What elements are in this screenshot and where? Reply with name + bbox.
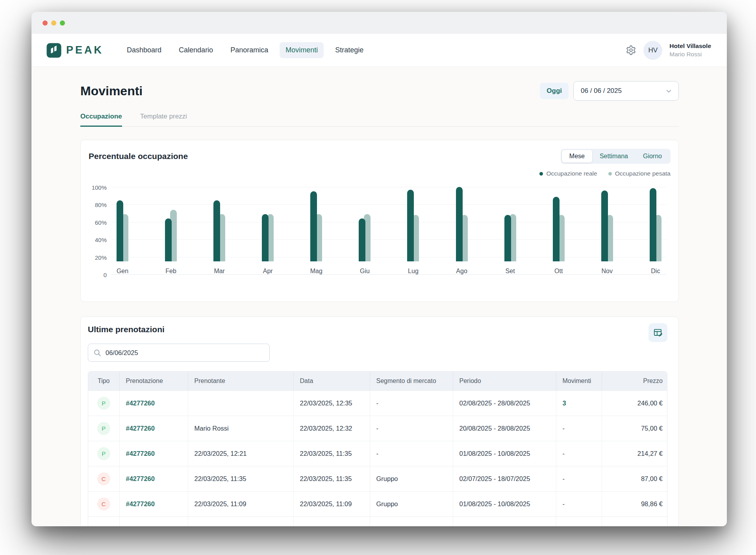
column-header-prezzo[interactable]: Prezzo xyxy=(602,372,667,390)
bar-group[interactable] xyxy=(359,187,371,261)
legend-item-occupazione-pesata: Occupazione pesata xyxy=(608,170,671,177)
legend-dot xyxy=(608,172,612,176)
bar-group[interactable] xyxy=(553,187,565,261)
nav-item-dashboard[interactable]: Dashboard xyxy=(121,42,167,58)
column-header-prenotazione[interactable]: Prenotazione xyxy=(119,372,188,390)
cell-segmento: - xyxy=(370,390,453,416)
legend-label: Occupazione pesata xyxy=(615,170,671,177)
booking-link[interactable]: #4277260 xyxy=(126,450,155,457)
column-header-periodo[interactable]: Periodo xyxy=(453,372,556,390)
cell-periodo: 01/08/2025 - 10/08/2025 xyxy=(453,491,556,516)
cell-prenotazione: #4277260 xyxy=(119,491,188,516)
y-tick-label: 20% xyxy=(89,254,107,261)
range-giorno[interactable]: Giorno xyxy=(636,150,669,163)
x-axis-label: Feb xyxy=(165,268,176,275)
date-select-value: 06 / 06 / 2025 xyxy=(581,87,622,95)
column-header-movimenti[interactable]: Movimenti xyxy=(556,372,602,390)
nav-item-strategie[interactable]: Strategie xyxy=(329,42,369,58)
chart-bars: GenFebMarAprMagGiuLugAgoSetOttNovDic xyxy=(111,187,667,275)
booking-link[interactable]: #4277260 xyxy=(126,400,155,407)
cell-data: 22/03/2025, 11:09 xyxy=(293,491,370,516)
cell-prenotazione: #4277260 xyxy=(119,466,188,491)
cell-periodo: 20/08/2025 - 28/08/2025 xyxy=(453,416,556,441)
bar-group[interactable] xyxy=(650,187,662,261)
table-row[interactable]: P#427726022/03/2025, 12:35-02/08/2025 - … xyxy=(88,390,667,416)
settings-gear-icon[interactable] xyxy=(626,45,636,56)
chart-title: Percentuale occupazione xyxy=(89,152,188,161)
cell-prenotazione: #4277260 xyxy=(119,441,188,466)
cell-tipo: C xyxy=(88,466,119,491)
nav-item-movimenti[interactable]: Movimenti xyxy=(280,42,324,58)
bar-occupazione-reale xyxy=(262,214,269,261)
x-axis-label: Ott xyxy=(554,268,563,275)
booking-link[interactable]: #4277260 xyxy=(126,475,155,482)
cell-data: 22/03/2025, 11:35 xyxy=(293,441,370,466)
table-row-partial xyxy=(88,516,667,526)
bar-group[interactable] xyxy=(165,187,177,261)
table-body: P#427726022/03/2025, 12:35-02/08/2025 - … xyxy=(88,390,667,526)
column-header-prenotante[interactable]: Prenotante xyxy=(188,372,293,390)
zoom-window-button[interactable] xyxy=(60,20,65,26)
chevron-down-icon xyxy=(665,88,672,94)
range-mese[interactable]: Mese xyxy=(562,150,592,163)
search-input[interactable] xyxy=(106,349,264,357)
minimize-window-button[interactable] xyxy=(51,20,56,26)
cell-empty xyxy=(602,516,667,526)
bar-group[interactable] xyxy=(504,187,516,261)
cell-prenotazione: #4277260 xyxy=(119,390,188,416)
close-window-button[interactable] xyxy=(43,20,48,26)
cell-tipo: P xyxy=(88,390,119,416)
cell-prenotante: 22/03/2025, 11:09 xyxy=(188,491,293,516)
booking-link[interactable]: #4277260 xyxy=(126,425,155,432)
table-row[interactable]: C#427726022/03/2025, 11:3522/03/2025, 11… xyxy=(88,466,667,491)
date-select[interactable]: 06 / 06 / 2025 xyxy=(573,81,679,101)
bar-group[interactable] xyxy=(262,187,274,261)
tab-template-prezzi[interactable]: Template prezzi xyxy=(140,113,187,126)
booking-link[interactable]: #4277260 xyxy=(126,500,155,507)
chart-column-ago: Ago xyxy=(453,187,471,275)
bookings-table-frame: TipoPrenotazionePrenotanteDataSegmento d… xyxy=(88,371,667,526)
bar-group[interactable] xyxy=(117,187,128,261)
table-row[interactable]: P#4277260Mario Rossi22/03/2025, 12:32-20… xyxy=(88,416,667,441)
page-title: Movimenti xyxy=(80,84,143,98)
column-header-tipo[interactable]: Tipo xyxy=(88,372,119,390)
cell-movimenti: - xyxy=(556,441,602,466)
occupancy-chart-card: Percentuale occupazione MeseSettimanaGio… xyxy=(80,140,679,302)
y-tick-label: 40% xyxy=(89,237,107,243)
column-header-data[interactable]: Data xyxy=(293,372,370,390)
today-button[interactable]: Oggi xyxy=(540,83,569,99)
bar-occupazione-reale xyxy=(213,200,220,261)
column-header-segmento-di-mercato[interactable]: Segmento di mercato xyxy=(370,372,453,390)
bar-occupazione-reale xyxy=(117,200,123,261)
tab-occupazione[interactable]: Occupazione xyxy=(80,113,122,126)
brand-logo[interactable]: PEAK xyxy=(46,43,104,58)
bar-group[interactable] xyxy=(213,187,225,261)
top-navbar: PEAK DashboardCalendarioPanoramicaMovime… xyxy=(32,34,727,67)
table-row[interactable]: P#427726022/03/2025, 12:2122/03/2025, 11… xyxy=(88,441,667,466)
user-block[interactable]: Hotel Villasole Mario Rossi xyxy=(669,42,711,58)
booking-type-badge: P xyxy=(97,447,110,460)
legend-item-occupazione-reale: Occupazione reale xyxy=(539,170,597,177)
nav-item-calendario[interactable]: Calendario xyxy=(173,42,219,58)
cell-tipo: P xyxy=(88,416,119,441)
edit-table-button[interactable] xyxy=(649,323,667,342)
bar-occupazione-reale xyxy=(553,197,560,261)
cell-periodo: 01/08/2025 - 10/08/2025 xyxy=(453,441,556,466)
avatar[interactable]: HV xyxy=(643,41,662,60)
bar-group[interactable] xyxy=(310,187,322,261)
bookings-search[interactable] xyxy=(88,344,270,362)
bar-group[interactable] xyxy=(601,187,613,261)
bar-group[interactable] xyxy=(407,187,419,261)
nav-item-panoramica[interactable]: Panoramica xyxy=(224,42,274,58)
cell-prenotante: Mario Rossi xyxy=(188,416,293,441)
range-settimana[interactable]: Settimana xyxy=(592,150,636,163)
chart-column-mag: Mag xyxy=(308,187,325,275)
bar-group[interactable] xyxy=(456,187,468,261)
peak-logo-icon xyxy=(46,43,61,58)
movimenti-count-link[interactable]: 3 xyxy=(563,400,566,407)
chart-column-feb: Feb xyxy=(162,187,180,275)
cell-tipo: P xyxy=(88,441,119,466)
x-axis-label: Lug xyxy=(408,268,419,275)
cell-segmento: Gruppo xyxy=(370,491,453,516)
table-row[interactable]: C#427726022/03/2025, 11:0922/03/2025, 11… xyxy=(88,491,667,516)
